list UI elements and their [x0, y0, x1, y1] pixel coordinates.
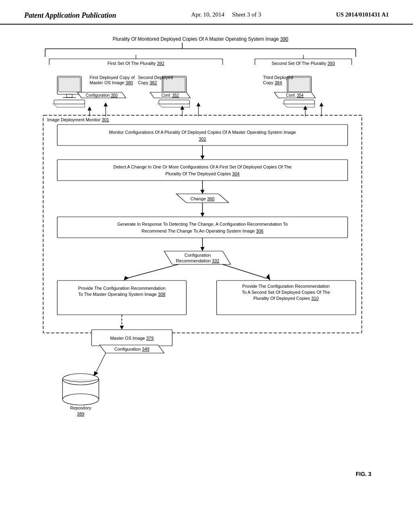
diagram-area: Plurality Of Monitored Deployed Copies O…	[0, 29, 413, 516]
svg-text:Image Deployment Monitor 301: Image Deployment Monitor 301	[47, 117, 109, 122]
svg-marker-72	[88, 106, 92, 110]
header-sheet: Sheet 3 of 3	[232, 11, 261, 18]
svg-text:Configuration: Configuration	[184, 253, 211, 258]
header-publication-type: Patent Application Publication	[24, 11, 116, 20]
svg-rect-52	[57, 217, 348, 238]
header-date-sheet: Apr. 10, 2014 Sheet 3 of 3	[191, 11, 261, 18]
svg-text:Master OS Image 380: Master OS Image 380	[90, 80, 133, 85]
svg-text:Plurality Of The Deployed Copi: Plurality Of The Deployed Copies 304	[165, 171, 240, 176]
svg-rect-43	[57, 160, 348, 181]
svg-marker-82	[319, 102, 323, 106]
svg-rect-5	[67, 94, 72, 98]
figure-label: FIG. 3	[356, 471, 371, 477]
svg-text:Second Set Of The Plurality 39: Second Set Of The Plurality 393	[272, 61, 335, 66]
svg-text:302: 302	[199, 137, 206, 141]
svg-text:Conf. 354: Conf. 354	[286, 93, 304, 98]
svg-rect-17	[159, 100, 190, 104]
svg-marker-78	[196, 102, 200, 106]
svg-marker-74	[104, 102, 108, 106]
svg-marker-61	[124, 276, 129, 281]
svg-line-95	[96, 353, 106, 373]
svg-text:Provide The Configuration Reco: Provide The Configuration Recommendation	[78, 286, 166, 291]
header-patent-number: US 2014/0101431 A1	[336, 11, 389, 18]
svg-rect-38	[57, 125, 348, 145]
svg-rect-28	[284, 100, 315, 104]
svg-line-60	[126, 264, 178, 278]
svg-text:Change 360: Change 360	[190, 196, 215, 201]
svg-text:Configuration 350: Configuration 350	[86, 93, 118, 98]
svg-marker-80	[303, 106, 307, 110]
svg-marker-51	[200, 213, 204, 217]
svg-text:Monitor Configurations Of A Pl: Monitor Configurations Of A Plurality Of…	[109, 130, 296, 135]
svg-text:Copy 384: Copy 384	[263, 80, 282, 85]
svg-text:Configuration 349: Configuration 349	[115, 347, 150, 351]
svg-text:Plurality Of Deployed Copies 3: Plurality Of Deployed Copies 310	[253, 296, 319, 301]
svg-rect-6	[54, 100, 85, 104]
svg-text:Third Deployed: Third Deployed	[263, 75, 293, 80]
svg-text:Copy 382: Copy 382	[138, 80, 157, 85]
svg-text:Recommend The Change To An Ope: Recommend The Change To An Operating Sys…	[142, 229, 263, 233]
svg-marker-47	[200, 190, 204, 194]
page-header: Patent Application Publication Apr. 10, …	[0, 0, 413, 25]
svg-marker-84	[120, 326, 124, 330]
svg-text:Second Deployed: Second Deployed	[138, 75, 173, 80]
svg-rect-4	[58, 77, 80, 92]
svg-point-92	[63, 394, 99, 405]
patent-diagram: Plurality Of Monitored Deployed Copies O…	[25, 33, 388, 500]
header-date: Apr. 10, 2014	[191, 11, 225, 18]
svg-text:Detect A Change In One Or More: Detect A Change In One Or More Configura…	[113, 164, 292, 169]
svg-text:Repository: Repository	[70, 405, 92, 410]
svg-text:Conf. 352: Conf. 352	[161, 93, 179, 98]
svg-line-62	[223, 264, 267, 278]
svg-text:To The Master Operating System: To The Master Operating System Image 308	[78, 292, 165, 297]
svg-text:To A Second Set Of Deployed Co: To A Second Set Of Deployed Copies Of Th…	[242, 290, 330, 295]
svg-text:Master OS Image 379: Master OS Image 379	[110, 336, 154, 341]
svg-marker-42	[200, 156, 204, 160]
svg-text:Plurality Of Monitored Deploye: Plurality Of Monitored Deployed Copies O…	[113, 36, 288, 42]
svg-text:Provide The Configuration Reco: Provide The Configuration Recommendation	[242, 284, 330, 289]
svg-marker-56	[200, 247, 204, 251]
svg-text:Generate In Response To Detect: Generate In Response To Detecting The Ch…	[117, 222, 288, 227]
svg-marker-63	[266, 274, 270, 281]
svg-marker-76	[180, 106, 184, 110]
svg-text:Recommendation 332: Recommendation 332	[176, 258, 219, 263]
svg-text:First Set Of The Plurality 392: First Set Of The Plurality 392	[107, 61, 164, 66]
svg-text:First Deployed Copy of: First Deployed Copy of	[90, 75, 135, 80]
svg-text:389: 389	[77, 411, 84, 416]
